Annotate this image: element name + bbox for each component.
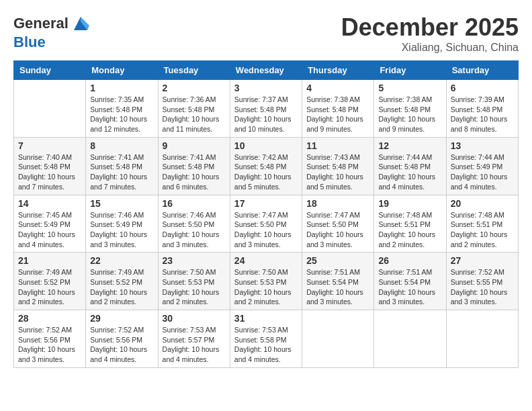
calendar-cell: 9Sunrise: 7:41 AM Sunset: 5:48 PM Daylig… [158,137,230,195]
day-info: Sunrise: 7:44 AM Sunset: 5:49 PM Dayligh… [451,152,514,192]
column-header-tuesday: Tuesday [158,61,230,80]
day-number: 26 [378,255,441,266]
calendar-cell: 16Sunrise: 7:46 AM Sunset: 5:50 PM Dayli… [158,195,230,253]
day-number: 19 [378,198,441,209]
day-info: Sunrise: 7:37 AM Sunset: 5:48 PM Dayligh… [234,95,298,134]
page-header: General Blue December 2025 Xialiang, Sic… [13,13,519,54]
day-number: 9 [163,140,226,151]
calendar-header-row: SundayMondayTuesdayWednesdayThursdayFrid… [14,61,519,80]
day-info: Sunrise: 7:48 AM Sunset: 5:51 PM Dayligh… [378,210,441,250]
day-number: 2 [163,83,226,93]
calendar-cell: 7Sunrise: 7:40 AM Sunset: 5:48 PM Daylig… [14,137,86,195]
calendar-table: SundayMondayTuesdayWednesdayThursdayFrid… [13,60,519,368]
day-number: 24 [234,255,298,266]
location-text: Xialiang, Sichuan, China [341,42,519,54]
day-info: Sunrise: 7:42 AM Sunset: 5:48 PM Dayligh… [234,152,298,192]
day-number: 3 [234,83,298,93]
calendar-cell [446,310,518,368]
calendar-cell: 21Sunrise: 7:49 AM Sunset: 5:52 PM Dayli… [14,253,86,310]
calendar-cell: 18Sunrise: 7:47 AM Sunset: 5:50 PM Dayli… [302,195,374,253]
calendar-cell: 24Sunrise: 7:50 AM Sunset: 5:53 PM Dayli… [230,253,302,310]
logo-icon [71,13,91,34]
calendar-cell: 6Sunrise: 7:39 AM Sunset: 5:48 PM Daylig… [446,80,518,138]
day-info: Sunrise: 7:50 AM Sunset: 5:53 PM Dayligh… [234,267,298,307]
day-info: Sunrise: 7:41 AM Sunset: 5:48 PM Dayligh… [163,152,226,192]
calendar-cell [14,80,86,138]
day-number: 28 [18,313,81,324]
calendar-cell: 20Sunrise: 7:48 AM Sunset: 5:51 PM Dayli… [446,195,518,253]
calendar-cell: 15Sunrise: 7:46 AM Sunset: 5:49 PM Dayli… [86,195,158,253]
calendar-cell [374,310,446,368]
column-header-thursday: Thursday [302,61,374,80]
calendar-cell: 3Sunrise: 7:37 AM Sunset: 5:48 PM Daylig… [230,80,302,138]
day-info: Sunrise: 7:45 AM Sunset: 5:49 PM Dayligh… [18,210,81,250]
day-info: Sunrise: 7:52 AM Sunset: 5:55 PM Dayligh… [451,267,514,307]
day-info: Sunrise: 7:52 AM Sunset: 5:56 PM Dayligh… [18,325,81,365]
day-info: Sunrise: 7:41 AM Sunset: 5:48 PM Dayligh… [90,152,153,192]
day-number: 13 [451,140,514,151]
column-header-sunday: Sunday [14,61,86,80]
day-number: 31 [234,313,298,324]
calendar-week-row: 21Sunrise: 7:49 AM Sunset: 5:52 PM Dayli… [14,253,519,310]
day-number: 10 [234,140,298,151]
calendar-week-row: 7Sunrise: 7:40 AM Sunset: 5:48 PM Daylig… [14,137,519,195]
calendar-cell [302,310,374,368]
day-number: 8 [90,140,153,151]
day-info: Sunrise: 7:39 AM Sunset: 5:48 PM Dayligh… [451,95,514,134]
calendar-week-row: 14Sunrise: 7:45 AM Sunset: 5:49 PM Dayli… [14,195,519,253]
day-info: Sunrise: 7:46 AM Sunset: 5:50 PM Dayligh… [163,210,226,250]
day-info: Sunrise: 7:52 AM Sunset: 5:56 PM Dayligh… [90,325,153,365]
day-info: Sunrise: 7:38 AM Sunset: 5:48 PM Dayligh… [378,95,441,134]
day-info: Sunrise: 7:51 AM Sunset: 5:54 PM Dayligh… [378,267,441,307]
calendar-week-row: 28Sunrise: 7:52 AM Sunset: 5:56 PM Dayli… [14,310,519,368]
column-header-saturday: Saturday [446,61,518,80]
calendar-cell: 8Sunrise: 7:41 AM Sunset: 5:48 PM Daylig… [86,137,158,195]
day-number: 14 [18,198,81,209]
calendar-cell: 30Sunrise: 7:53 AM Sunset: 5:57 PM Dayli… [158,310,230,368]
calendar-cell: 17Sunrise: 7:47 AM Sunset: 5:50 PM Dayli… [230,195,302,253]
day-number: 21 [18,255,81,266]
calendar-cell: 14Sunrise: 7:45 AM Sunset: 5:49 PM Dayli… [14,195,86,253]
day-info: Sunrise: 7:49 AM Sunset: 5:52 PM Dayligh… [90,267,153,307]
day-info: Sunrise: 7:48 AM Sunset: 5:51 PM Dayligh… [451,210,514,250]
day-info: Sunrise: 7:38 AM Sunset: 5:48 PM Dayligh… [306,95,369,134]
calendar-cell: 22Sunrise: 7:49 AM Sunset: 5:52 PM Dayli… [86,253,158,310]
day-info: Sunrise: 7:44 AM Sunset: 5:48 PM Dayligh… [378,152,441,192]
logo-blue-text: Blue [13,34,46,51]
day-number: 11 [306,140,369,151]
calendar-cell: 28Sunrise: 7:52 AM Sunset: 5:56 PM Dayli… [14,310,86,368]
day-info: Sunrise: 7:51 AM Sunset: 5:54 PM Dayligh… [306,267,369,307]
calendar-week-row: 1Sunrise: 7:35 AM Sunset: 5:48 PM Daylig… [14,80,519,138]
day-info: Sunrise: 7:53 AM Sunset: 5:58 PM Dayligh… [234,325,298,365]
logo-general-text: General [13,15,69,32]
calendar-cell: 13Sunrise: 7:44 AM Sunset: 5:49 PM Dayli… [446,137,518,195]
day-info: Sunrise: 7:53 AM Sunset: 5:57 PM Dayligh… [163,325,226,365]
day-number: 30 [163,313,226,324]
day-info: Sunrise: 7:49 AM Sunset: 5:52 PM Dayligh… [18,267,81,307]
day-number: 12 [378,140,441,151]
calendar-cell: 1Sunrise: 7:35 AM Sunset: 5:48 PM Daylig… [86,80,158,138]
day-info: Sunrise: 7:46 AM Sunset: 5:49 PM Dayligh… [90,210,153,250]
column-header-wednesday: Wednesday [230,61,302,80]
day-number: 17 [234,198,298,209]
calendar-cell: 5Sunrise: 7:38 AM Sunset: 5:48 PM Daylig… [374,80,446,138]
day-info: Sunrise: 7:47 AM Sunset: 5:50 PM Dayligh… [234,210,298,250]
calendar-cell: 27Sunrise: 7:52 AM Sunset: 5:55 PM Dayli… [446,253,518,310]
column-header-friday: Friday [374,61,446,80]
day-number: 7 [18,140,81,151]
day-number: 4 [306,83,369,93]
day-info: Sunrise: 7:40 AM Sunset: 5:48 PM Dayligh… [18,152,81,192]
calendar-cell: 2Sunrise: 7:36 AM Sunset: 5:48 PM Daylig… [158,80,230,138]
day-info: Sunrise: 7:43 AM Sunset: 5:48 PM Dayligh… [306,152,369,192]
day-number: 18 [306,198,369,209]
column-header-monday: Monday [86,61,158,80]
day-number: 5 [378,83,441,93]
day-info: Sunrise: 7:47 AM Sunset: 5:50 PM Dayligh… [306,210,369,250]
calendar-cell: 12Sunrise: 7:44 AM Sunset: 5:48 PM Dayli… [374,137,446,195]
day-number: 25 [306,255,369,266]
calendar-cell: 19Sunrise: 7:48 AM Sunset: 5:51 PM Dayli… [374,195,446,253]
day-number: 23 [163,255,226,266]
day-info: Sunrise: 7:36 AM Sunset: 5:48 PM Dayligh… [163,95,226,134]
day-number: 15 [90,198,153,209]
day-number: 22 [90,255,153,266]
